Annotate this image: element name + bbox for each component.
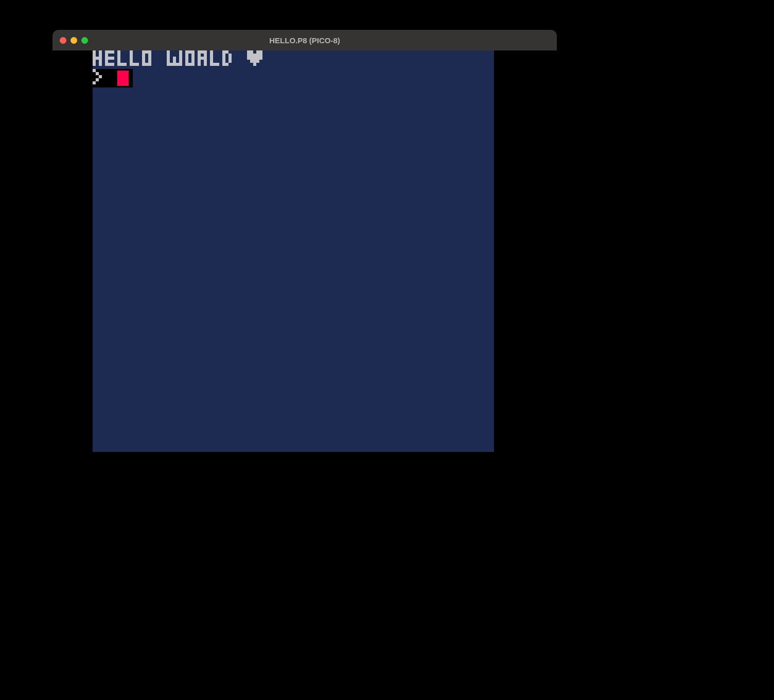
zoom-button[interactable] [81, 37, 88, 44]
svg-rect-8 [117, 63, 127, 66]
prompt-row[interactable]: > [93, 69, 133, 87]
svg-rect-26 [198, 57, 207, 60]
window-content: HELLO WORLD > [52, 50, 557, 478]
svg-rect-18 [167, 63, 182, 66]
heart-icon [247, 50, 262, 66]
svg-rect-2 [93, 57, 102, 60]
svg-rect-10 [130, 63, 139, 66]
svg-rect-35 [256, 50, 262, 54]
svg-rect-37 [250, 60, 259, 63]
svg-rect-32 [228, 54, 232, 63]
svg-rect-25 [204, 54, 207, 57]
svg-rect-42 [99, 75, 102, 78]
console-output-line: HELLO WORLD [93, 50, 494, 81]
prompt-glyph [93, 69, 102, 84]
svg-rect-6 [105, 63, 114, 66]
svg-rect-34 [247, 50, 253, 54]
window-title: HELLO.P8 (PICO-8) [52, 36, 557, 45]
window-controls [60, 37, 88, 44]
svg-rect-33 [222, 63, 228, 66]
cursor-block [117, 71, 129, 86]
svg-rect-44 [93, 81, 96, 84]
svg-rect-40 [93, 69, 96, 72]
svg-rect-43 [96, 78, 99, 81]
app-window: HELLO.P8 (PICO-8) [52, 30, 557, 478]
minimize-button[interactable] [71, 37, 77, 44]
svg-rect-13 [142, 50, 145, 66]
svg-rect-27 [204, 60, 207, 66]
svg-rect-21 [185, 50, 188, 66]
close-button[interactable] [60, 37, 66, 44]
svg-rect-5 [105, 57, 114, 60]
svg-rect-31 [222, 50, 228, 54]
svg-rect-38 [253, 63, 256, 66]
titlebar[interactable]: HELLO.P8 (PICO-8) [52, 30, 557, 50]
svg-rect-22 [191, 50, 195, 66]
pico8-screen[interactable]: HELLO WORLD > [93, 50, 494, 452]
svg-rect-29 [210, 63, 219, 66]
svg-rect-24 [198, 50, 207, 54]
svg-rect-36 [247, 54, 262, 60]
svg-rect-14 [148, 50, 151, 66]
svg-rect-41 [96, 72, 99, 75]
svg-rect-4 [105, 50, 114, 54]
